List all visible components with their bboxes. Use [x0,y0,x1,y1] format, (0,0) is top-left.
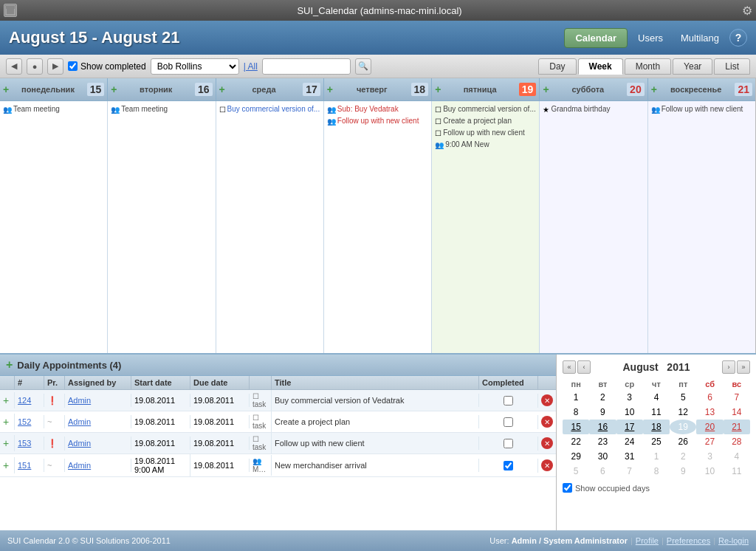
row-title-3[interactable]: Follow up with new client [272,437,479,450]
row-del-1[interactable]: ✕ [538,392,556,408]
mini-cal-day[interactable]: 9 [670,464,696,479]
mini-cal-day[interactable]: 11 [724,464,750,479]
mini-cal-day[interactable]: 7 [616,464,643,479]
mini-cal-day[interactable]: 7 [724,390,750,405]
mini-cal-day[interactable]: 26 [670,434,696,449]
help-button[interactable]: ? [729,29,747,47]
add-event-fri[interactable]: + [435,84,441,95]
mini-cal-day[interactable]: 22 [563,434,589,449]
row-assigned-1[interactable]: Admin [65,394,131,407]
event-fri-4[interactable]: 👥 9:00 AM New [433,140,537,150]
mini-cal-day[interactable]: 3 [616,390,643,405]
event-fri-2[interactable]: ☐ Create a project plan [433,116,537,126]
add-appointment-btn[interactable]: + [6,358,13,372]
mini-cal-day[interactable]: 4 [643,390,670,405]
mini-cal-day[interactable]: 8 [643,464,670,479]
tab-day[interactable]: Day [538,58,576,75]
delete-btn-4[interactable]: ✕ [541,459,553,471]
row-title-2[interactable]: Create a project plan [272,415,479,428]
show-completed-checkbox[interactable] [68,61,78,71]
row-id-3[interactable]: 153 [15,437,44,450]
mini-cal-day[interactable]: 31 [616,449,643,464]
row-add-2[interactable]: + [0,414,15,430]
row-assigned-3[interactable]: Admin [65,437,131,450]
mini-cal-day[interactable]: 3 [696,449,723,464]
mini-cal-day[interactable]: 1 [643,449,670,464]
mini-cal-day[interactable]: 23 [589,434,616,449]
calendar-tab-btn[interactable]: Calendar [564,28,628,48]
event-sun-1[interactable]: 👥 Follow up with new client [650,104,754,114]
mini-cal-day[interactable]: 2 [670,449,696,464]
row-id-2[interactable]: 152 [15,415,44,428]
all-link[interactable]: | All [244,61,258,72]
row-id-1[interactable]: 124 [15,394,44,407]
mini-cal-day[interactable]: 15 [563,420,589,434]
mini-cal-day-today[interactable]: 19 [670,420,696,434]
mini-cal-next-month[interactable]: › [722,360,735,374]
settings-icon[interactable]: ⚙ [742,4,752,18]
next-button[interactable]: ▶ [47,58,63,75]
add-event-mon[interactable]: + [3,84,9,95]
delete-btn-3[interactable]: ✕ [541,437,553,449]
row-del-4[interactable]: ✕ [538,457,556,473]
row-add-4[interactable]: + [0,457,15,473]
row-assigned-4[interactable]: Admin [65,459,131,472]
row-title-4[interactable]: New merchandiser arrival [272,459,479,472]
row-assigned-2[interactable]: Admin [65,415,131,428]
mini-cal-day[interactable]: 16 [589,420,616,434]
completed-checkbox-3[interactable] [504,439,513,448]
event-fri-1[interactable]: ☐ Buy commercial version of... [433,104,537,114]
row-title-1[interactable]: Buy commercial version of Vedatrak [272,394,479,407]
mini-cal-day[interactable]: 29 [563,449,589,464]
tab-year[interactable]: Year [673,58,712,75]
mini-cal-day[interactable]: 9 [589,405,616,420]
mini-cal-day[interactable]: 8 [563,405,589,420]
mini-cal-day[interactable]: 1 [563,390,589,405]
multilang-tab-btn[interactable]: Multilang [673,29,726,47]
mini-cal-next-year[interactable]: » [737,360,750,374]
prev-button[interactable]: ◀ [6,58,22,75]
add-event-wed[interactable]: + [219,84,225,95]
mini-cal-day[interactable]: 17 [616,420,643,434]
row-del-2[interactable]: ✕ [538,414,556,430]
tab-list[interactable]: List [714,58,750,75]
event-wed-1[interactable]: ☐ Buy commercial version of... [218,104,322,114]
row-add-1[interactable]: + [0,392,15,408]
mini-cal-day[interactable]: 21 [724,420,750,434]
mini-cal-day[interactable]: 28 [724,434,750,449]
mini-cal-day[interactable]: 6 [696,390,723,405]
row-add-3[interactable]: + [0,435,15,451]
event-fri-3[interactable]: ☐ Follow up with new client [433,128,537,138]
event-tue-1[interactable]: 👥 Team meeting [109,104,213,114]
add-event-sat[interactable]: + [543,84,549,95]
delete-btn-2[interactable]: ✕ [541,416,553,428]
completed-checkbox-4[interactable] [504,461,513,470]
delete-btn-1[interactable]: ✕ [541,394,553,406]
today-button[interactable]: ● [27,58,43,75]
mini-cal-prev-year[interactable]: « [563,360,576,374]
profile-link[interactable]: Profile [636,536,659,545]
mini-cal-day[interactable]: 6 [589,464,616,479]
preferences-link[interactable]: Preferences [667,536,710,545]
event-sat-1[interactable]: ★ Grandma birthday [541,104,645,114]
user-select[interactable]: Bob Rollins [151,58,239,75]
search-button[interactable]: 🔍 [355,58,371,75]
row-id-4[interactable]: 151 [15,459,44,472]
mini-cal-day[interactable]: 14 [724,405,750,420]
mini-cal-day[interactable]: 24 [616,434,643,449]
event-thu-2[interactable]: 👥 Follow up with new client [326,116,430,126]
completed-checkbox-2[interactable] [504,417,513,427]
event-thu-1[interactable]: 👥 Sub: Buy Vedatrak [326,104,430,114]
mini-cal-day[interactable]: 5 [563,464,589,479]
add-event-thu[interactable]: + [327,84,333,95]
tab-month[interactable]: Month [625,58,671,75]
tab-week[interactable]: Week [578,58,623,75]
event-mon-1[interactable]: 👥 Team meeting [1,104,106,114]
show-occupied-days-checkbox[interactable] [563,483,572,493]
completed-checkbox-1[interactable] [504,396,513,405]
mini-cal-day[interactable]: 25 [643,434,670,449]
users-tab-btn[interactable]: Users [630,29,670,47]
mini-cal-day[interactable]: 27 [696,434,723,449]
mini-cal-day[interactable]: 10 [696,464,723,479]
mini-cal-prev-month[interactable]: ‹ [577,360,591,374]
